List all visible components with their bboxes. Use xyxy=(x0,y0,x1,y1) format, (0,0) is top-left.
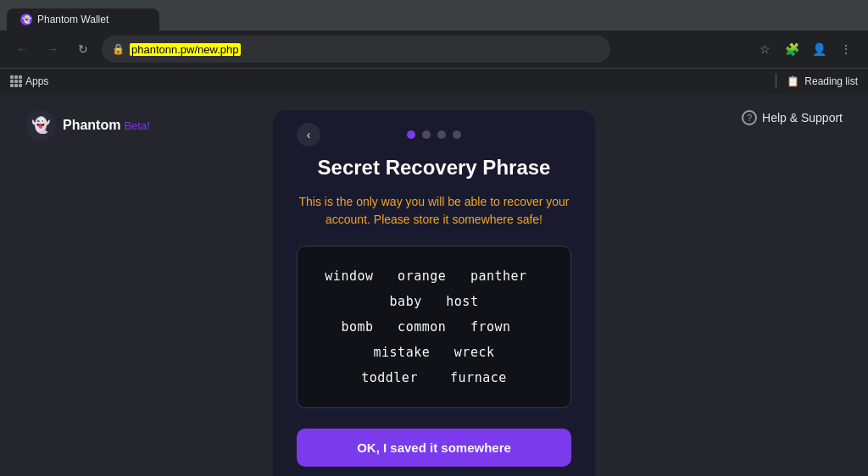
apps-grid-icon xyxy=(10,75,22,87)
dot-3 xyxy=(437,130,446,139)
url-text: phantonn.pw/new.php xyxy=(130,43,600,56)
card-warning: This is the only way you will be able to… xyxy=(297,193,571,229)
help-support-button[interactable]: ? Help & Support xyxy=(742,110,843,125)
phantom-header: 👻 Phantom Beta! xyxy=(25,110,150,141)
phantom-beta-label: Beta! xyxy=(124,119,149,132)
dot-4 xyxy=(453,130,461,139)
browser-top: 👻 Phantom Wallet ← → ↻ 🔒 phantonn.pw/new… xyxy=(0,0,868,93)
apps-label: Apps xyxy=(25,75,48,87)
back-button[interactable]: ← xyxy=(10,37,34,61)
bookmarks-bar: Apps 📋 Reading list xyxy=(0,68,868,93)
apps-bookmark[interactable]: Apps xyxy=(10,75,48,87)
profile-button[interactable]: 👤 xyxy=(807,37,831,61)
pagination: ‹ xyxy=(297,130,571,139)
address-bar-row: ← → ↻ 🔒 phantonn.pw/new.php ☆ 🧩 👤 ⋮ xyxy=(0,30,868,68)
reading-list-label: Reading list xyxy=(804,75,858,87)
help-support-label: Help & Support xyxy=(762,111,843,125)
dot-2 xyxy=(422,130,431,139)
reload-button[interactable]: ↻ xyxy=(71,37,95,61)
forward-button[interactable]: → xyxy=(41,37,64,61)
page-content: 👻 Phantom Beta! ? Help & Support ‹ xyxy=(0,93,868,476)
phantom-logo-icon: 👻 xyxy=(25,110,56,141)
reading-list-icon: 📋 xyxy=(787,75,799,87)
card-back-button[interactable]: ‹ xyxy=(297,123,320,147)
tab-bar: 👻 Phantom Wallet xyxy=(0,0,868,30)
pagination-dots xyxy=(407,130,461,139)
seed-phrase-text: window orange panther baby host bomb com… xyxy=(314,263,554,390)
ok-saved-button[interactable]: OK, I saved it somewhere xyxy=(297,429,571,467)
main-card: ‹ Secret Recovery Phrase This is the onl… xyxy=(273,110,595,476)
phantom-name: Phantom xyxy=(63,118,120,133)
reading-list[interactable]: 📋 Reading list xyxy=(787,75,858,87)
address-bar[interactable]: 🔒 phantonn.pw/new.php xyxy=(102,36,610,63)
bookmark-button[interactable]: ☆ xyxy=(753,37,776,61)
browser-actions: ☆ 🧩 👤 ⋮ xyxy=(753,37,858,61)
help-circle-icon: ? xyxy=(742,110,757,125)
tab-favicon: 👻 xyxy=(20,14,32,25)
url-highlight: phantonn.pw/new.php xyxy=(130,43,241,56)
tab-title: Phantom Wallet xyxy=(37,14,108,25)
card-title: Secret Recovery Phrase xyxy=(318,156,551,180)
extensions-button[interactable]: 🧩 xyxy=(780,37,804,61)
menu-button[interactable]: ⋮ xyxy=(834,37,858,61)
seed-phrase-box: window orange panther baby host bomb com… xyxy=(297,246,571,408)
dot-1 xyxy=(407,130,415,139)
browser-frame: 👻 Phantom Wallet ← → ↻ 🔒 phantonn.pw/new… xyxy=(0,0,868,476)
reading-list-separator xyxy=(776,74,776,89)
phantom-brand: Phantom Beta! xyxy=(63,118,150,133)
lock-icon: 🔒 xyxy=(112,43,125,55)
active-tab[interactable]: 👻 Phantom Wallet xyxy=(7,8,159,30)
